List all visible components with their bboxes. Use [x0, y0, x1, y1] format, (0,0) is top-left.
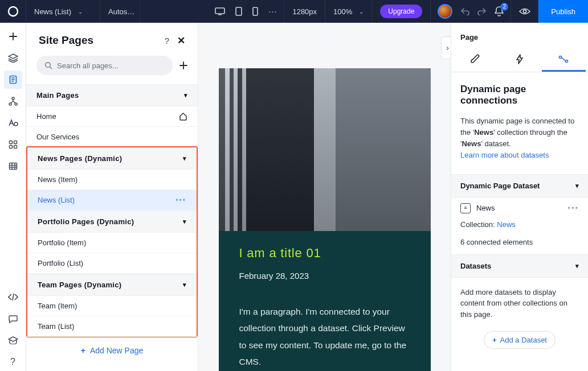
section-main-pages[interactable]: Main Pages ▾ [26, 84, 198, 106]
autosave-status[interactable]: Autos… [100, 0, 140, 23]
section-team-pages[interactable]: Team Pages (Dynamic) ▾ [27, 274, 197, 296]
upgrade-button[interactable]: Upgrade [380, 5, 422, 18]
avatar[interactable] [438, 4, 452, 19]
mobile-icon[interactable] [252, 7, 258, 16]
rail-learn[interactable] [4, 331, 22, 349]
page-label: News (Item) [38, 175, 77, 184]
rail-add[interactable] [4, 27, 22, 46]
rail-cms[interactable] [4, 157, 22, 175]
rail-connections[interactable] [4, 92, 22, 110]
autosave-label: Autos… [108, 7, 134, 16]
more-icon[interactable]: ••• [175, 196, 186, 204]
card-text[interactable]: I'm a paragraph. I'm connected to your c… [239, 303, 410, 370]
tab-connections[interactable] [542, 46, 586, 72]
page-item-team-list[interactable]: Team (List) [27, 316, 197, 336]
section-label: Portfolio Pages (Dynamic) [38, 217, 134, 226]
undo-icon[interactable] [460, 7, 469, 15]
section-portfolio-pages[interactable]: Portfolio Pages (Dynamic) ▾ [27, 211, 197, 233]
search-icon [44, 61, 52, 69]
rail-apps[interactable] [4, 135, 22, 154]
section-label: News Pages (Dynamic) [38, 154, 122, 163]
connect-icon [558, 55, 569, 63]
typography-icon [8, 119, 18, 127]
apps-icon [9, 140, 18, 149]
card-title[interactable]: I am a title 01 [239, 246, 410, 261]
tab-interactions[interactable] [497, 46, 541, 72]
page-item-news-item[interactable]: News (Item) [27, 170, 197, 190]
section-news-pages[interactable]: News Pages (Dynamic) ▾ [27, 147, 197, 170]
notifications-button[interactable]: 2 [495, 6, 504, 17]
tab-design[interactable] [454, 46, 497, 72]
svg-rect-12 [14, 141, 17, 144]
rail-comments[interactable] [4, 310, 22, 328]
svg-point-9 [15, 103, 17, 105]
page-item-portfolio-list[interactable]: Portfolio (List) [27, 253, 197, 274]
accordion-dynamic-page-dataset[interactable]: Dynamic Page Dataset ▾ [451, 174, 588, 197]
collection-label: Collection: [460, 220, 495, 229]
viewport-controls: ⋯ [208, 0, 284, 23]
code-icon [8, 294, 18, 300]
help-icon[interactable]: ? [165, 36, 169, 46]
svg-rect-11 [9, 141, 12, 144]
chevron-down-icon: ▾ [183, 218, 186, 225]
preview-button[interactable] [511, 0, 538, 23]
rail-help[interactable]: ? [4, 353, 22, 371]
add-dataset-button[interactable]: + Add a Dataset [484, 331, 556, 349]
pages-search-row: Search all pages... [26, 56, 198, 84]
help-icon: ? [10, 357, 15, 367]
close-icon[interactable]: ✕ [177, 35, 185, 47]
rail-pages[interactable] [4, 71, 22, 89]
page-item-team-item[interactable]: Team (Item) [27, 296, 197, 316]
search-placeholder: Search all pages... [57, 61, 119, 70]
page-label: Team (List) [38, 322, 74, 331]
home-icon [179, 113, 187, 121]
svg-rect-13 [9, 146, 12, 149]
tablet-icon[interactable] [235, 7, 242, 16]
page-item-our-services[interactable]: Our Services [26, 127, 198, 147]
svg-rect-3 [236, 7, 242, 15]
right-panel-tabs [451, 46, 588, 72]
rail-code[interactable] [4, 288, 22, 306]
right-panel: Page Dynamic page connections This dynam… [451, 23, 588, 371]
app-logo[interactable] [0, 0, 26, 23]
rail-typography[interactable] [4, 114, 22, 132]
svg-rect-4 [253, 7, 258, 15]
page-item-news-list[interactable]: News (List) ••• [27, 190, 197, 211]
dataset-row[interactable]: ≡ News ••• [451, 197, 588, 219]
site-pages-panel: Site Pages ? ✕ Search all pages... Main … [26, 23, 198, 371]
search-input[interactable]: Search all pages... [36, 56, 173, 75]
accordion-label: Dynamic Page Dataset [460, 182, 540, 190]
svg-point-5 [523, 10, 526, 13]
preview-card[interactable]: I am a title 01 February 28, 2023 I'm a … [219, 68, 431, 371]
page-label: Home [36, 112, 56, 121]
svg-point-8 [9, 103, 11, 105]
plus-icon: + [81, 346, 85, 355]
chat-icon [9, 315, 18, 323]
left-rail: ? [0, 23, 26, 371]
card-date[interactable]: February 28, 2023 [239, 271, 410, 281]
collection-link[interactable]: News [497, 220, 516, 229]
canvas-width-value: 1280px [292, 7, 317, 16]
learn-more-link[interactable]: Learn more about datasets [460, 151, 549, 159]
page-item-home[interactable]: Home [26, 106, 198, 127]
desktop-icon[interactable] [215, 7, 225, 15]
publish-button[interactable]: Publish [538, 0, 588, 23]
add-new-page-button[interactable]: + Add New Page [26, 336, 198, 362]
zoom-control[interactable]: 100% ⌄ [325, 0, 372, 23]
rail-layers[interactable] [4, 49, 22, 67]
section-label: Team Pages (Dynamic) [38, 281, 121, 289]
add-page-icon[interactable] [179, 61, 187, 69]
right-panel-header: Page [451, 23, 588, 46]
logo-icon [7, 6, 19, 17]
page-item-portfolio-item[interactable]: Portfolio (Item) [27, 233, 197, 253]
dynamic-pages-highlight: News Pages (Dynamic) ▾ News (Item) News … [26, 146, 198, 337]
redo-icon[interactable] [477, 7, 487, 15]
plus-icon: + [492, 336, 497, 344]
more-icon[interactable]: ••• [567, 204, 579, 212]
page-selector[interactable]: News (List) ⌄ [26, 0, 100, 23]
more-viewports-icon[interactable]: ⋯ [268, 6, 277, 17]
page-icon [9, 75, 17, 84]
connections-icon [9, 97, 18, 106]
accordion-datasets[interactable]: Datasets ▾ [451, 254, 588, 278]
canvas-width[interactable]: 1280px [284, 0, 325, 23]
